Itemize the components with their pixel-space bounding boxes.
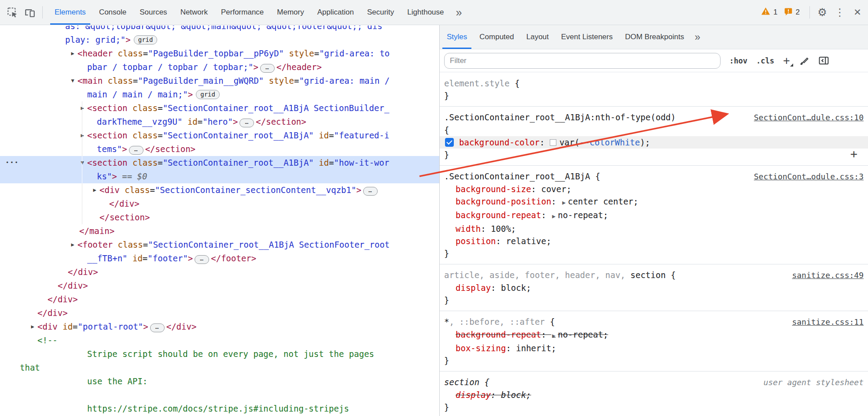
rule-selector-row[interactable]: section {user agent stylesheet	[444, 376, 864, 389]
tab-computed[interactable]: Computed	[473, 25, 520, 49]
tab-styles[interactable]: Styles	[441, 25, 473, 49]
property-value[interactable]: 100%	[491, 224, 511, 234]
expand-arrow-icon[interactable]: ▶	[79, 129, 86, 142]
css-variable-link[interactable]: --colorWhite	[580, 137, 640, 147]
expand-ellipsis-icon[interactable]: …	[260, 64, 275, 73]
tab-layout[interactable]: Layout	[520, 25, 555, 49]
rule-selector-row[interactable]: .SectionContainer_root__A1BjA {SectionCo…	[444, 170, 864, 183]
tree-row[interactable]: https://stripe.com/docs/stripe.js#includ…	[0, 402, 439, 416]
tree-row-selected[interactable]: ks"> == $0	[0, 170, 439, 183]
stylesheet-link[interactable]: SectionCont…dule.css:10	[754, 111, 864, 124]
tree-row[interactable]: ▶<div class="SectionContainer_sectionCon…	[0, 183, 439, 197]
declaration-checkbox[interactable]	[445, 138, 454, 147]
tab-event-listeners[interactable]: Event Listeners	[555, 25, 619, 49]
expand-arrow-icon[interactable]: ▶	[69, 238, 76, 252]
property-value[interactable]: no-repeat	[558, 330, 603, 339]
rule-selector[interactable]: element.style {	[444, 77, 864, 89]
property-name[interactable]: position	[456, 236, 496, 246]
tab-network[interactable]: Network	[174, 0, 214, 25]
stylesheet-link[interactable]: sanitize.css:49	[792, 269, 864, 282]
property-value[interactable]: inherit	[516, 343, 551, 353]
tree-row[interactable]: ▼<main class="PageBuilder_main__gWQRD" s…	[0, 74, 439, 88]
shorthand-expander-icon[interactable]: ▶	[552, 332, 555, 339]
rule-selector-row[interactable]: article, aside, footer, header, nav, sec…	[444, 269, 864, 282]
tab-lighthouse[interactable]: Lighthouse	[401, 0, 450, 25]
collapse-arrow-icon[interactable]: ▼	[69, 74, 76, 88]
tree-row[interactable]: ▶<section class="SectionContainer_root__…	[0, 129, 439, 142]
close-icon[interactable]: ✕	[849, 4, 866, 21]
grid-badge[interactable]: grid	[196, 90, 220, 99]
expand-ellipsis-icon[interactable]: …	[150, 323, 165, 332]
more-sidebar-tabs-icon[interactable]: »	[690, 25, 705, 49]
tree-row[interactable]: </div>	[0, 197, 439, 211]
kebab-menu-icon[interactable]: ⋮	[831, 4, 849, 21]
property-name[interactable]: background-repeat	[456, 330, 541, 339]
color-swatch[interactable]	[550, 139, 556, 146]
grid-badge[interactable]: grid	[134, 35, 158, 45]
tree-row[interactable]: Stripe script should be on every page, n…	[0, 347, 439, 361]
css-declaration[interactable]: display: block;	[444, 389, 864, 401]
property-name[interactable]: background-repeat	[456, 210, 541, 220]
tab-application[interactable]: Application	[311, 0, 360, 25]
tree-row[interactable]: </main>	[0, 224, 439, 238]
tree-row[interactable]: as: &quot;topbar&quot; &quot;main&quot; …	[0, 26, 439, 33]
property-name[interactable]: background-color	[459, 137, 540, 147]
property-name[interactable]: display	[456, 283, 491, 293]
css-declaration[interactable]: background-size: cover;	[444, 183, 864, 195]
property-value[interactable]: block	[501, 283, 526, 293]
rule-selector-row[interactable]: .SectionContainer_root__A1BjA:nth-of-typ…	[444, 111, 864, 124]
tab-performance[interactable]: Performance	[214, 0, 270, 25]
tree-row[interactable]: </div>	[0, 265, 439, 279]
tree-row[interactable]: play: grid;">grid	[0, 33, 439, 47]
toggle-element-state-button[interactable]: :hov	[729, 56, 747, 65]
rule-selector[interactable]: section {	[444, 376, 759, 388]
stylesheet-link[interactable]: SectionCont…odule.css:3	[754, 171, 864, 183]
tab-dom-breakpoints[interactable]: DOM Breakpoints	[619, 25, 690, 49]
stylesheet-link[interactable]: sanitize.css:11	[792, 316, 864, 328]
tab-sources[interactable]: Sources	[133, 0, 173, 25]
tree-row[interactable]: ▶<header class="PageBuilder_topbar__pP6y…	[0, 47, 439, 60]
tree-row[interactable]: pbar / topbar / topbar / topbar;">…</hea…	[0, 60, 439, 74]
css-declaration[interactable]: position: relative;	[444, 235, 864, 247]
css-declaration[interactable]: display: block;	[444, 282, 864, 294]
tree-row[interactable]: that	[0, 361, 439, 375]
tree-row[interactable]: ▶<section class="SectionContainer_root__…	[0, 101, 439, 115]
dock-sidebar-icon[interactable]	[818, 55, 829, 66]
expand-arrow-icon[interactable]: ▶	[29, 320, 36, 334]
tree-row[interactable]: </div>	[0, 293, 439, 306]
tab-elements[interactable]: Elements	[48, 0, 92, 25]
property-name[interactable]: background-position	[456, 197, 551, 206]
tree-row[interactable]: main / main / main;">grid	[0, 88, 439, 101]
collapse-arrow-icon[interactable]: ▼	[79, 156, 86, 170]
rule-selector-row[interactable]: element.style {	[444, 77, 864, 89]
tree-row[interactable]	[0, 388, 439, 402]
rule-selector-row[interactable]: *, ::before, ::after {sanitize.css:11	[444, 316, 864, 328]
expand-arrow-icon[interactable]: ▶	[79, 101, 86, 115]
tab-console[interactable]: Console	[92, 0, 133, 25]
rendering-brush-icon[interactable]	[799, 56, 809, 66]
tree-row[interactable]: use the API:	[0, 375, 439, 388]
styles-filter-input[interactable]	[444, 53, 721, 69]
tab-memory[interactable]: Memory	[270, 0, 310, 25]
tree-row[interactable]: <!--	[0, 334, 439, 347]
settings-gear-icon[interactable]: ⚙	[813, 4, 831, 21]
css-declaration[interactable]: background-repeat: ▶no-repeat;	[444, 209, 864, 223]
css-declaration[interactable]: background-position: ▶center center;	[444, 195, 864, 209]
css-declaration[interactable]: background-repeat: ▶no-repeat;	[444, 328, 864, 342]
property-name[interactable]: display	[456, 390, 491, 400]
expand-arrow-icon[interactable]: ▶	[91, 183, 98, 197]
expand-ellipsis-icon[interactable]: …	[239, 119, 254, 127]
tree-row[interactable]: </section>	[0, 211, 439, 224]
property-name[interactable]: box-sizing	[456, 343, 506, 353]
rule-selector[interactable]: article, aside, footer, header, nav, sec…	[444, 269, 787, 281]
insert-rule-plus-button[interactable]: +	[850, 148, 857, 160]
tab-security[interactable]: Security	[360, 0, 401, 25]
tree-row[interactable]: </div>	[0, 306, 439, 320]
property-name[interactable]: width	[456, 224, 481, 234]
expand-ellipsis-icon[interactable]: …	[195, 255, 209, 264]
device-toolbar-icon[interactable]	[21, 4, 39, 21]
more-panels-icon[interactable]: »	[451, 6, 467, 19]
property-value[interactable]: center center	[568, 197, 633, 206]
tree-row[interactable]: ▶<div id="portal-root">…</div>	[0, 320, 439, 334]
property-value[interactable]: no-repeat	[558, 210, 603, 220]
